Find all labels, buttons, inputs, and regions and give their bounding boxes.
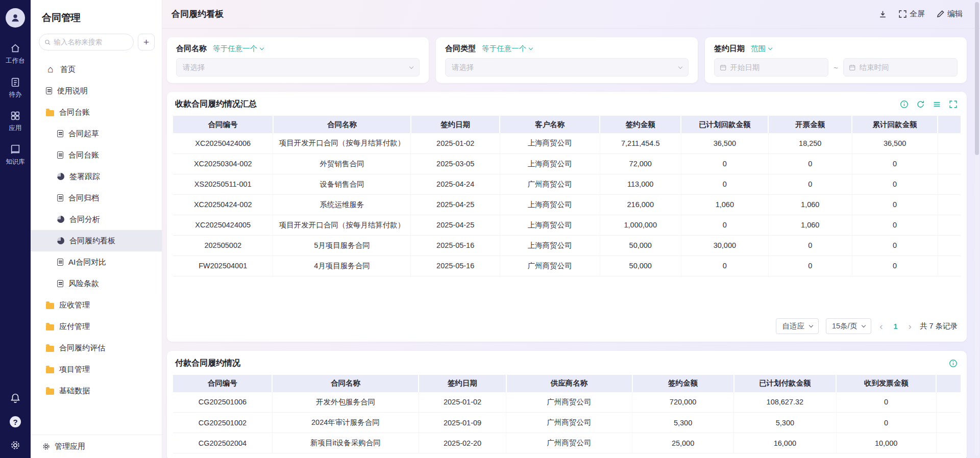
document-icon [57, 259, 63, 266]
column-header: 收到发票金额 [836, 375, 936, 392]
prev-page-button[interactable]: ‹ [878, 321, 884, 331]
filter-operator-dropdown[interactable]: 等于任意一个 [482, 44, 532, 54]
avatar[interactable] [6, 8, 25, 28]
table-cell: 10,000 [836, 433, 936, 453]
table-cell [938, 215, 961, 235]
table-row[interactable]: XC20250304-002外贸销售合同2025-03-05上海商贸公司72,0… [173, 154, 961, 174]
sidebar-item[interactable]: 合同台账 [31, 101, 162, 123]
sidebar-item-label: AI合同对比 [68, 258, 106, 267]
table-cell: 上海商贸公司 [500, 133, 600, 154]
start-date-field[interactable] [730, 63, 823, 71]
table-row[interactable]: XS20250511-001设备销售合同2025-04-24广州商贸公司113,… [173, 174, 961, 194]
table-row[interactable]: FW2025040014月项目服务合同2025-05-16广州商贸公司50,00… [173, 256, 961, 276]
rail-bottom: ? [10, 393, 21, 451]
page-size-select[interactable]: 15条/页 [826, 318, 871, 334]
sidebar-item[interactable]: 合同履约看板 [31, 230, 162, 251]
table-row[interactable]: XC20250424006项目开发开口合同（按每月结算付款）2025-01-02… [173, 133, 961, 154]
fullscreen-button[interactable]: 全屏 [898, 9, 925, 19]
bell-icon[interactable] [10, 393, 21, 404]
sidebar-item[interactable]: 应收管理 [31, 294, 162, 316]
home-icon [10, 43, 21, 54]
table-cell: 2025-04-25 [411, 194, 500, 215]
info-icon[interactable] [900, 100, 909, 109]
document-icon [57, 130, 63, 137]
folder-icon [46, 367, 54, 373]
end-date-field[interactable] [859, 63, 952, 71]
rail-item-apps[interactable]: 应用 [9, 110, 22, 133]
folder-icon [46, 110, 54, 116]
table-empty-space [173, 276, 961, 315]
table-cell: 36,500 [681, 133, 768, 154]
select-placeholder: 请选择 [452, 63, 474, 72]
rail-item-workbench[interactable]: 工作台 [6, 43, 25, 65]
scrollbar[interactable] [975, 2, 979, 456]
sidebar-item[interactable]: 合同履约评估 [31, 337, 162, 359]
column-header: 已计划回款金额 [681, 116, 768, 133]
pie-chart-icon [57, 173, 64, 180]
chevron-down-icon [768, 45, 772, 49]
sidebar-item[interactable]: 合同归档 [31, 187, 162, 209]
main-header: 合同履约看板 全屏 编辑 [162, 0, 980, 29]
table-cell [938, 194, 961, 215]
sidebar-item-label: 合同履约评估 [59, 343, 105, 353]
sidebar-item[interactable]: 应付管理 [31, 316, 162, 337]
menu-icon[interactable] [933, 100, 941, 109]
manage-app-button[interactable]: 管理应用 [31, 435, 162, 458]
sidebar-item-label: 签署跟踪 [69, 172, 100, 182]
sidebar-item[interactable]: 合同台账 [31, 144, 162, 166]
sidebar-item[interactable]: 基础数据 [31, 380, 162, 401]
info-icon[interactable] [949, 359, 958, 368]
gear-icon[interactable] [10, 440, 21, 451]
sidebar-item[interactable]: AI合同对比 [31, 251, 162, 273]
table-row[interactable]: XC20250424-002系统运维服务2025-04-25上海商贸公司216,… [173, 194, 961, 215]
current-page[interactable]: 1 [891, 322, 900, 330]
start-date-input[interactable] [714, 58, 828, 77]
contract-type-select[interactable]: 请选择 [445, 58, 689, 77]
end-date-input[interactable] [843, 58, 958, 77]
edit-button[interactable]: 编辑 [936, 9, 963, 19]
help-icon[interactable]: ? [10, 416, 21, 427]
download-icon[interactable] [878, 10, 887, 18]
table-row[interactable]: 2025050025月项目服务合同2025-05-16上海商贸公司50,0003… [173, 235, 961, 256]
table-row[interactable]: CG2025010022024年审计服务合同2025-01-09广州商贸公司5,… [173, 413, 961, 433]
column-header: 签约日期 [411, 116, 500, 133]
search-box[interactable] [39, 34, 134, 50]
expand-icon[interactable] [949, 100, 958, 109]
sidebar-item[interactable]: 首页 [31, 59, 162, 80]
table-cell: 72,000 [600, 154, 681, 174]
sidebar-item[interactable]: 使用说明 [31, 80, 162, 101]
fit-mode-select[interactable]: 自适应 [776, 318, 819, 334]
sidebar-item[interactable]: 项目管理 [31, 359, 162, 380]
rail-item-todo[interactable]: 待办 [9, 77, 22, 99]
pie-chart-icon [57, 216, 64, 223]
scrollbar-thumb[interactable] [975, 2, 979, 155]
sidebar-item[interactable]: 合同起草 [31, 123, 162, 144]
table-cell: 0 [852, 256, 938, 276]
column-header: 累计回款金额 [852, 116, 938, 133]
table-cell: 16,000 [734, 433, 837, 453]
column-header: 供应商名称 [506, 375, 632, 392]
table-cell: 30,000 [681, 235, 768, 256]
table-cell [936, 413, 961, 433]
app-window: 工作台 待办 应用 知识库 ? 合同管理 + 首页使用说明合 [0, 0, 980, 458]
sidebar-item[interactable]: 合同分析 [31, 209, 162, 230]
table-row[interactable]: CG202502004新项目it设备采购合同2025-02-20广州商贸公司25… [173, 433, 961, 453]
add-button[interactable]: + [138, 34, 155, 50]
refresh-icon[interactable] [916, 100, 925, 109]
sidebar-item[interactable]: 风险条款 [31, 273, 162, 294]
search-input[interactable] [54, 38, 128, 46]
contract-name-select[interactable]: 请选择 [176, 58, 420, 77]
rail-item-knowledge[interactable]: 知识库 [6, 144, 25, 166]
table-row[interactable]: XC20250424005项目开发开口合同（按每月结算付款）2025-04-25… [173, 215, 961, 235]
filter-operator-dropdown[interactable]: 等于任意一个 [213, 44, 263, 54]
filter-operator-dropdown[interactable]: 范围 [751, 44, 772, 54]
column-header [936, 375, 961, 392]
column-header: 合同编号 [173, 116, 273, 133]
table-cell: XC20250304-002 [173, 154, 273, 174]
table-cell: 0 [836, 392, 936, 413]
sidebar-item[interactable]: 签署跟踪 [31, 166, 162, 187]
table-row[interactable]: CG202501006开发外包服务合同2025-01-02广州商贸公司720,0… [173, 392, 961, 413]
table-cell: CG202501002 [173, 413, 272, 433]
next-page-button[interactable]: › [908, 321, 913, 331]
icon-rail: 工作台 待办 应用 知识库 ? [0, 0, 31, 458]
